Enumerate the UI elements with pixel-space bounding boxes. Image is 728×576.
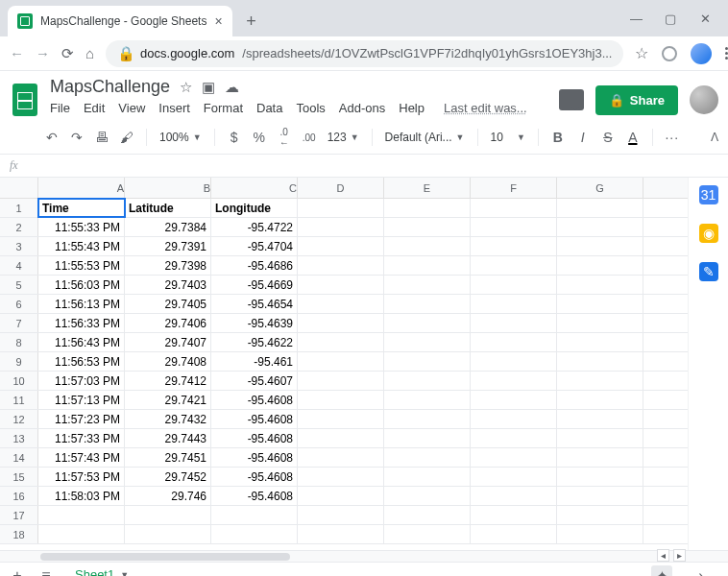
- cell[interactable]: [471, 256, 557, 275]
- row-header[interactable]: 9: [0, 352, 38, 371]
- cell[interactable]: [471, 295, 557, 313]
- back-icon[interactable]: ←: [10, 45, 24, 61]
- cell[interactable]: [557, 525, 643, 543]
- close-window-icon[interactable]: ✕: [699, 12, 711, 26]
- cell[interactable]: [384, 237, 471, 255]
- cell[interactable]: [471, 314, 557, 332]
- cell[interactable]: -95.461: [211, 352, 298, 371]
- profile-avatar-icon[interactable]: [691, 43, 712, 64]
- cell[interactable]: [471, 372, 557, 390]
- share-button[interactable]: 🔒 Share: [595, 85, 678, 115]
- cell[interactable]: 11:56:03 PM: [38, 276, 125, 294]
- cell[interactable]: [471, 218, 557, 236]
- extension-icon[interactable]: [662, 46, 677, 61]
- cell[interactable]: [298, 199, 384, 217]
- cell[interactable]: [557, 218, 643, 236]
- cell[interactable]: [298, 276, 384, 294]
- tasks-icon[interactable]: ✎: [699, 262, 718, 281]
- col-header-c[interactable]: C: [211, 178, 298, 198]
- cell[interactable]: [557, 352, 643, 371]
- cell[interactable]: 11:58:03 PM: [38, 487, 125, 505]
- cell[interactable]: [384, 506, 471, 524]
- explore-icon[interactable]: ✦: [651, 565, 672, 577]
- cell[interactable]: [471, 391, 557, 409]
- cell[interactable]: 29.7412: [125, 372, 211, 390]
- cell[interactable]: [384, 276, 471, 294]
- scroll-right-icon[interactable]: ▸: [673, 549, 686, 562]
- cell[interactable]: -95.4608: [211, 468, 298, 486]
- browser-tab[interactable]: MapsChallenge - Google Sheets ×: [8, 6, 232, 36]
- increase-decimal-icon[interactable]: .00: [300, 132, 319, 143]
- row-header[interactable]: 12: [0, 410, 38, 428]
- cell[interactable]: [557, 276, 643, 294]
- move-doc-icon[interactable]: ▣: [202, 79, 215, 96]
- cell[interactable]: 11:57:53 PM: [38, 468, 125, 486]
- cell[interactable]: [557, 468, 643, 486]
- cell[interactable]: [471, 448, 557, 467]
- close-tab-icon[interactable]: ×: [214, 13, 222, 29]
- print-icon[interactable]: 🖶: [92, 130, 111, 145]
- row-header[interactable]: 10: [0, 372, 38, 390]
- cell[interactable]: [557, 333, 643, 351]
- col-header-b[interactable]: B: [125, 178, 211, 198]
- menu-data[interactable]: Data: [256, 101, 282, 115]
- all-sheets-icon[interactable]: ≡: [36, 567, 56, 577]
- cell[interactable]: -95.4608: [211, 391, 298, 409]
- cell[interactable]: [557, 410, 643, 428]
- cell[interactable]: 11:56:13 PM: [38, 295, 125, 313]
- keep-icon[interactable]: ◉: [699, 224, 718, 243]
- cell[interactable]: 11:55:33 PM: [38, 218, 125, 236]
- cell[interactable]: [384, 525, 471, 543]
- cell[interactable]: 11:55:43 PM: [38, 237, 125, 255]
- cell[interactable]: -95.4669: [211, 276, 298, 294]
- cell[interactable]: [557, 314, 643, 332]
- cell[interactable]: [211, 525, 298, 543]
- row-header[interactable]: 6: [0, 295, 38, 313]
- cell[interactable]: [298, 333, 384, 351]
- cell[interactable]: -95.4704: [211, 237, 298, 255]
- cell[interactable]: -95.4722: [211, 218, 298, 236]
- cell[interactable]: 11:56:53 PM: [38, 352, 125, 371]
- cell[interactable]: [298, 314, 384, 332]
- cell[interactable]: [384, 256, 471, 275]
- row-header[interactable]: 16: [0, 487, 38, 505]
- maximize-icon[interactable]: ▢: [665, 12, 676, 26]
- cell[interactable]: [471, 276, 557, 294]
- cell[interactable]: [557, 372, 643, 390]
- cell[interactable]: 29.7403: [125, 276, 211, 294]
- currency-icon[interactable]: $: [225, 130, 244, 145]
- cell[interactable]: [298, 237, 384, 255]
- star-icon[interactable]: ☆: [635, 44, 648, 62]
- cell[interactable]: 11:57:43 PM: [38, 448, 125, 467]
- cell[interactable]: [471, 352, 557, 371]
- cell[interactable]: [298, 525, 384, 543]
- cell[interactable]: [125, 506, 211, 524]
- new-tab-button[interactable]: +: [238, 8, 265, 35]
- reload-icon[interactable]: ⟳: [61, 45, 74, 62]
- row-header[interactable]: 3: [0, 237, 38, 255]
- cell[interactable]: [298, 372, 384, 390]
- more-tools-icon[interactable]: ···: [663, 130, 682, 145]
- cell[interactable]: [38, 525, 125, 543]
- redo-icon[interactable]: ↷: [67, 130, 86, 145]
- scroll-left-icon[interactable]: ◂: [657, 549, 669, 562]
- row-header[interactable]: 13: [0, 429, 38, 447]
- cell[interactable]: [557, 295, 643, 313]
- star-doc-icon[interactable]: ☆: [180, 79, 192, 96]
- cell[interactable]: 29.7443: [125, 429, 211, 447]
- cell[interactable]: [557, 429, 643, 447]
- sheet-tab[interactable]: Sheet1 ▼: [65, 564, 138, 576]
- menu-format[interactable]: Format: [204, 101, 243, 115]
- col-header-f[interactable]: F: [471, 178, 557, 198]
- paint-format-icon[interactable]: 🖌: [117, 130, 136, 145]
- cell[interactable]: [557, 506, 643, 524]
- cell[interactable]: [384, 487, 471, 505]
- cell[interactable]: [384, 295, 471, 313]
- cell[interactable]: -95.4654: [211, 295, 298, 313]
- cell[interactable]: [471, 468, 557, 486]
- cell[interactable]: [384, 314, 471, 332]
- cell[interactable]: 29.7432: [125, 410, 211, 428]
- cell[interactable]: 11:57:03 PM: [38, 372, 125, 390]
- undo-icon[interactable]: ↶: [42, 130, 61, 145]
- document-title[interactable]: MapsChallenge: [50, 77, 170, 97]
